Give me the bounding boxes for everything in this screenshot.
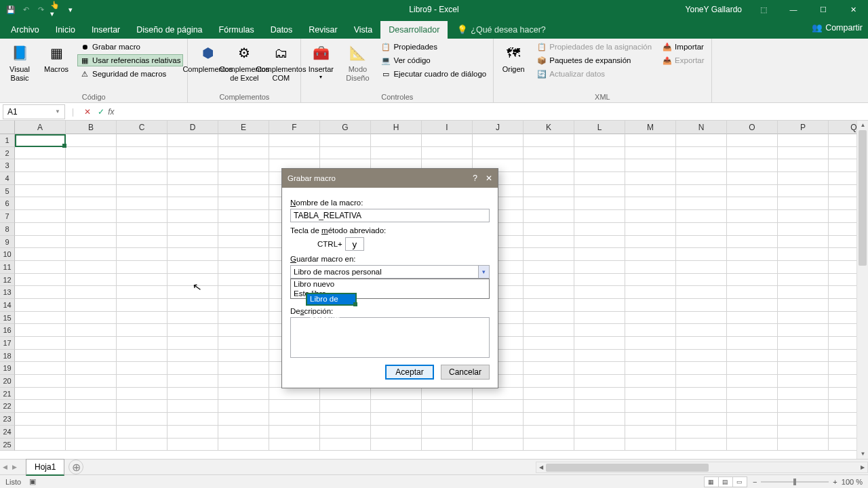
cell[interactable] — [117, 197, 167, 210]
enter-formula-icon[interactable]: ✓ — [94, 107, 108, 117]
cell[interactable] — [625, 261, 676, 274]
cell[interactable] — [574, 286, 625, 299]
cell[interactable] — [524, 274, 574, 287]
col-header-K[interactable]: K — [524, 121, 574, 134]
cell[interactable] — [574, 274, 625, 287]
cell[interactable] — [473, 147, 524, 160]
cell[interactable] — [676, 185, 727, 198]
cell[interactable] — [218, 134, 269, 147]
cell[interactable] — [66, 134, 117, 147]
row-header-17[interactable]: 17 — [0, 337, 15, 350]
cell[interactable] — [727, 185, 778, 198]
cell[interactable] — [625, 362, 676, 375]
cell[interactable] — [727, 147, 778, 160]
cell[interactable] — [676, 261, 727, 274]
cell[interactable] — [66, 274, 117, 287]
cell[interactable] — [625, 210, 676, 223]
row-header-5[interactable]: 5 — [0, 185, 15, 198]
col-header-G[interactable]: G — [320, 121, 371, 134]
cell[interactable] — [676, 413, 727, 426]
col-header-P[interactable]: P — [778, 121, 829, 134]
insert-control-button[interactable]: 🧰Insertar▾ — [305, 41, 336, 82]
cell[interactable] — [15, 324, 66, 337]
cell[interactable] — [218, 223, 269, 236]
cell[interactable] — [778, 185, 829, 198]
cell[interactable] — [778, 413, 829, 426]
accept-button[interactable]: Aceptar — [385, 365, 434, 380]
maximize-button[interactable]: ☐ — [808, 0, 838, 19]
fx-icon[interactable]: fx — [108, 107, 123, 117]
scroll-thumb[interactable] — [859, 130, 867, 266]
combo-option-este[interactable]: Este libro — [291, 289, 489, 298]
cell[interactable] — [574, 197, 625, 210]
cell[interactable] — [625, 134, 676, 147]
cell[interactable] — [727, 159, 778, 172]
vertical-scrollbar[interactable]: ▲ ▼ — [856, 121, 868, 459]
cell[interactable] — [676, 248, 727, 261]
cell[interactable] — [625, 274, 676, 287]
cell[interactable] — [524, 197, 574, 210]
cell[interactable] — [778, 324, 829, 337]
tab-insertar[interactable]: Insertar — [83, 21, 128, 39]
row-header-14[interactable]: 14 — [0, 299, 15, 312]
redo-icon[interactable]: ↷ — [35, 4, 46, 15]
cell[interactable] — [524, 337, 574, 350]
row-header-11[interactable]: 11 — [0, 261, 15, 274]
cell[interactable] — [473, 426, 524, 439]
row-header-18[interactable]: 18 — [0, 350, 15, 363]
cell[interactable] — [167, 299, 218, 312]
cell[interactable] — [422, 439, 473, 451]
cell[interactable] — [167, 400, 218, 413]
cell[interactable] — [66, 248, 117, 261]
cell[interactable] — [778, 274, 829, 287]
cell[interactable] — [269, 400, 320, 413]
macro-security-button[interactable]: ⚠Seguridad de macros — [77, 68, 183, 80]
cell[interactable] — [15, 388, 66, 401]
cell[interactable] — [778, 312, 829, 325]
cell[interactable] — [167, 223, 218, 236]
minimize-button[interactable]: — — [778, 0, 808, 19]
tab-vista[interactable]: Vista — [346, 21, 381, 39]
cell[interactable] — [117, 159, 167, 172]
cell[interactable] — [117, 350, 167, 363]
cell[interactable] — [117, 185, 167, 198]
cell[interactable] — [117, 172, 167, 185]
cell[interactable] — [778, 248, 829, 261]
cell[interactable] — [676, 337, 727, 350]
cell[interactable] — [524, 413, 574, 426]
cell[interactable] — [574, 261, 625, 274]
cell[interactable] — [422, 388, 473, 401]
cell[interactable] — [727, 274, 778, 287]
cell[interactable] — [727, 350, 778, 363]
properties-button[interactable]: 📋Propiedades — [378, 41, 489, 53]
zoom-in-button[interactable]: + — [833, 478, 837, 486]
cell[interactable] — [727, 413, 778, 426]
cell[interactable] — [574, 375, 625, 388]
tab-desarrollador[interactable]: Desarrollador — [380, 21, 448, 39]
cell[interactable] — [117, 413, 167, 426]
cell[interactable] — [66, 261, 117, 274]
cell[interactable] — [167, 172, 218, 185]
cell[interactable] — [117, 147, 167, 160]
combo-option-nuevo[interactable]: Libro nuevo — [291, 279, 489, 289]
row-header-16[interactable]: 16 — [0, 324, 15, 337]
cell[interactable] — [524, 439, 574, 451]
sheet-nav-prev[interactable]: ◀ — [0, 464, 9, 470]
row-header-8[interactable]: 8 — [0, 223, 15, 236]
cell[interactable] — [320, 400, 371, 413]
cell[interactable] — [574, 210, 625, 223]
record-macro-button[interactable]: ⏺Grabar macro — [77, 41, 183, 53]
cell[interactable] — [778, 236, 829, 249]
cell[interactable] — [422, 134, 473, 147]
cell[interactable] — [625, 197, 676, 210]
cell[interactable] — [778, 223, 829, 236]
cell[interactable] — [473, 400, 524, 413]
cell[interactable] — [320, 426, 371, 439]
cell[interactable] — [167, 439, 218, 451]
cell[interactable] — [66, 159, 117, 172]
cell[interactable] — [727, 337, 778, 350]
macro-record-status-icon[interactable]: ▣ — [29, 477, 36, 486]
cell[interactable] — [727, 248, 778, 261]
cell[interactable] — [676, 324, 727, 337]
cell[interactable] — [269, 147, 320, 160]
